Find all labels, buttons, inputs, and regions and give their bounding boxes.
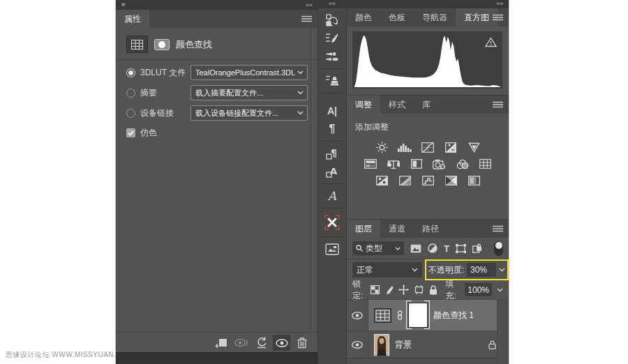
opacity-value-field[interactable]: 30% bbox=[467, 263, 496, 277]
selective-color-icon[interactable] bbox=[467, 175, 481, 186]
tab-adjustments[interactable]: 调整 bbox=[347, 96, 380, 114]
layer-mask-thumbnail[interactable] bbox=[408, 303, 428, 328]
radio-abstract[interactable] bbox=[126, 89, 135, 98]
cached-data-warning-icon[interactable] bbox=[485, 37, 497, 47]
layer-name[interactable]: 颜色查找 1 bbox=[433, 310, 474, 321]
invert-icon[interactable] bbox=[375, 175, 389, 186]
layer-row-color-lookup[interactable]: 颜色查找 1 bbox=[347, 300, 509, 331]
lock-all-icon[interactable] bbox=[429, 285, 438, 295]
add-adjustment-label: 添加调整 bbox=[347, 114, 509, 136]
lock-transparent-pixels-icon[interactable] bbox=[371, 285, 380, 294]
expand-strip-icon[interactable]: «« bbox=[318, 0, 346, 8]
lock-image-pixels-icon[interactable] bbox=[384, 285, 394, 295]
panel-menu-icon[interactable] bbox=[493, 226, 503, 232]
brightness-contrast-icon[interactable] bbox=[375, 142, 389, 153]
gradient-map-icon[interactable] bbox=[444, 175, 458, 186]
threshold-icon[interactable] bbox=[421, 175, 435, 186]
posterize-icon[interactable] bbox=[398, 175, 412, 186]
levels-icon[interactable] bbox=[398, 142, 412, 153]
panel-menu-icon[interactable] bbox=[493, 102, 503, 108]
opacity-dropdown-icon[interactable] bbox=[499, 268, 505, 272]
fill-value-field[interactable]: 100% bbox=[465, 283, 492, 296]
filter-adjustment-layers-icon[interactable] bbox=[428, 243, 438, 253]
clip-to-layer-icon[interactable] bbox=[212, 335, 230, 351]
filter-smart-objects-icon[interactable] bbox=[472, 243, 482, 253]
history-panel-icon[interactable] bbox=[318, 11, 346, 29]
tab-layers[interactable]: 图层 bbox=[347, 220, 380, 238]
tab-histogram[interactable]: 直方图 bbox=[456, 8, 498, 26]
tab-styles[interactable]: 样式 bbox=[380, 96, 414, 114]
brush-settings-panel-icon[interactable] bbox=[318, 29, 346, 47]
collapse-right-group-icon[interactable]: »» bbox=[347, 0, 509, 8]
tab-navigator[interactable]: 导航器 bbox=[414, 8, 456, 26]
color-balance-icon[interactable] bbox=[387, 158, 401, 169]
hue-saturation-icon[interactable] bbox=[364, 158, 377, 169]
panel-menu-icon[interactable] bbox=[301, 16, 312, 22]
brushes-panel-icon[interactable] bbox=[318, 47, 346, 66]
dither-checkbox[interactable] bbox=[126, 128, 135, 137]
filter-toggle-switch[interactable] bbox=[494, 241, 503, 256]
panel-bottom-strip bbox=[116, 352, 317, 364]
photo-filter-icon[interactable] bbox=[433, 158, 447, 169]
device-link-select[interactable]: 载入设备链接配置文件... bbox=[190, 105, 308, 121]
filter-shape-layers-icon[interactable] bbox=[456, 244, 466, 253]
filter-pixel-layers-icon[interactable] bbox=[410, 244, 421, 253]
filter-kind-select[interactable]: 类型 bbox=[352, 241, 404, 255]
panel-menu-icon[interactable] bbox=[493, 15, 503, 21]
tab-channels[interactable]: 通道 bbox=[380, 220, 414, 238]
watermark: 思缘设计论坛 WWW.MISSYUAN.COM bbox=[6, 350, 133, 360]
option-label: 摘要 bbox=[140, 87, 190, 99]
collapse-panel-icon[interactable]: «« bbox=[306, 0, 313, 10]
tab-properties[interactable]: 属性 bbox=[116, 10, 149, 28]
right-panel-group: »» 颜色 色板 导航器 直方图 调整 样式 库 bbox=[347, 0, 509, 364]
close-icon[interactable]: ✕ bbox=[121, 0, 126, 10]
exposure-icon[interactable] bbox=[444, 142, 458, 153]
option-label: 3DLUT 文件 bbox=[140, 67, 190, 79]
layer-name[interactable]: 背景 bbox=[395, 339, 412, 351]
layer-row-background[interactable]: 背景 bbox=[347, 331, 509, 358]
mask-link-icon[interactable] bbox=[397, 310, 403, 320]
radio-3dlut[interactable] bbox=[126, 68, 135, 77]
filter-type-layers-icon[interactable]: T bbox=[444, 243, 449, 254]
option-row-abstract: 摘要 载入摘要配置文件... bbox=[126, 85, 308, 100]
fill-dropdown-icon[interactable] bbox=[497, 288, 503, 292]
lut-file-select[interactable]: TealOrangePlusContrast.3DL bbox=[190, 65, 308, 80]
tab-swatches[interactable]: 色板 bbox=[380, 8, 414, 26]
character-styles-panel-icon[interactable]: A bbox=[318, 162, 346, 181]
color-lookup-icon[interactable] bbox=[479, 158, 493, 169]
character-panel-icon[interactable]: A| bbox=[318, 102, 346, 120]
layer-mask-icon[interactable] bbox=[154, 39, 170, 50]
tab-color[interactable]: 颜色 bbox=[347, 8, 380, 26]
lock-artboard-icon[interactable] bbox=[414, 285, 424, 294]
properties-content: 颜色查找 3DLUT 文件 TealOrangePlusContrast.3DL… bbox=[116, 28, 317, 364]
layer-visibility-eye-icon[interactable] bbox=[347, 300, 368, 331]
color-lookup-thumbnail[interactable] bbox=[374, 308, 391, 323]
black-white-icon[interactable] bbox=[410, 158, 424, 169]
dither-row: 仿色 bbox=[126, 127, 308, 139]
glyphs-panel-icon[interactable]: A bbox=[318, 187, 346, 205]
vibrance-icon[interactable] bbox=[467, 142, 481, 153]
reset-icon[interactable] bbox=[253, 335, 270, 351]
opacity-label: 不透明度: bbox=[428, 264, 464, 276]
panel-title: 颜色查找 bbox=[176, 38, 212, 51]
layer-visibility-eye-icon[interactable] bbox=[347, 331, 368, 358]
curves-icon[interactable] bbox=[421, 142, 435, 153]
tab-paths[interactable]: 路径 bbox=[414, 220, 447, 238]
libraries-panel-icon[interactable] bbox=[318, 240, 346, 258]
radio-device-link[interactable] bbox=[126, 109, 135, 118]
paragraph-styles-panel-icon[interactable]: ¶ bbox=[318, 144, 346, 162]
view-previous-state-icon[interactable] bbox=[232, 335, 250, 351]
background-thumbnail[interactable] bbox=[374, 334, 389, 356]
clone-source-panel-icon[interactable] bbox=[318, 72, 346, 90]
tab-libraries[interactable]: 库 bbox=[414, 96, 439, 114]
channel-mixer-icon[interactable] bbox=[456, 158, 470, 169]
lock-position-icon[interactable] bbox=[398, 285, 409, 295]
paragraph-panel-icon[interactable]: ¶ bbox=[318, 120, 346, 138]
delete-icon[interactable] bbox=[293, 335, 311, 351]
visibility-eye-icon[interactable] bbox=[273, 335, 290, 351]
custom-x-panel-icon[interactable] bbox=[318, 211, 346, 234]
option-row-3dlut: 3DLUT 文件 TealOrangePlusContrast.3DL bbox=[126, 65, 308, 80]
blend-mode-select[interactable]: 正常 bbox=[352, 262, 422, 278]
abstract-profile-select[interactable]: 载入摘要配置文件... bbox=[190, 85, 308, 100]
layer-list: 颜色查找 1 背景 bbox=[347, 300, 509, 364]
